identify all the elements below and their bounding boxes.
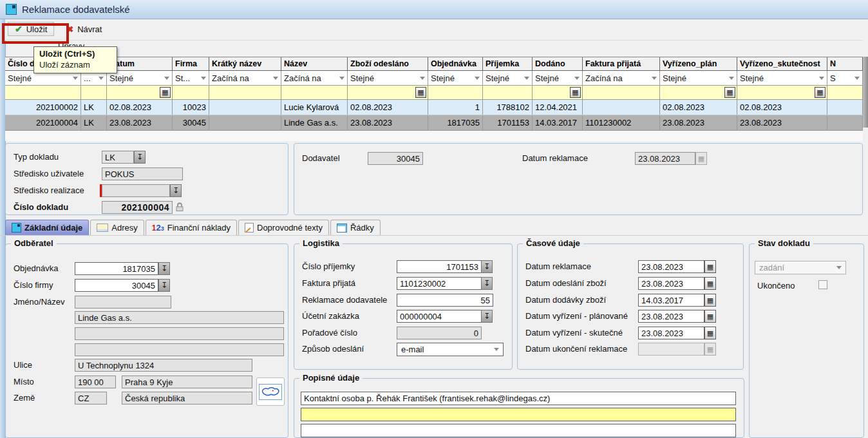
column-header[interactable]: Krátký název	[209, 57, 281, 70]
save-button[interactable]: ✔ Uložit	[8, 22, 54, 36]
grid-cell	[209, 100, 281, 115]
tab-adresy[interactable]: Adresy	[90, 220, 144, 236]
claim-date-input[interactable]: 23.08.2023	[635, 152, 695, 165]
grid-cell: 30045	[173, 115, 209, 130]
doc-type-input[interactable]: LK	[102, 151, 134, 164]
table-row[interactable]: 202100004LK23.08.202330045Linde Gas a.s.…	[5, 115, 863, 131]
chevron-down-icon	[273, 77, 278, 80]
filter-value-input[interactable]: ▦	[348, 86, 428, 99]
map-button[interactable]	[256, 377, 285, 406]
field-label: Dodavatel	[302, 153, 340, 163]
calendar-button[interactable]: ▦	[704, 310, 716, 323]
column-header[interactable]: Firma	[173, 57, 209, 70]
description-input[interactable]: Kontaktní osoba p. Řehák František (fran…	[301, 392, 736, 405]
column-header[interactable]: Dodáno	[533, 57, 583, 70]
column-header[interactable]: Faktura přijatá	[583, 57, 660, 70]
back-button[interactable]: ✖ Návrat	[59, 22, 109, 36]
column-header[interactable]: Název	[281, 57, 348, 70]
dropdown-arrow-icon[interactable]: ↧	[481, 310, 493, 323]
filter-value-input[interactable]: ▦	[660, 86, 737, 99]
filter-operator-select[interactable]: St...	[173, 71, 209, 85]
filter-operator-select[interactable]: Začíná na	[583, 71, 660, 85]
filter-value-input[interactable]	[583, 86, 660, 99]
calendar-button[interactable]: ▦	[724, 87, 735, 98]
table-row[interactable]: 202100002LK02.08.202310023Lucie Kylarová…	[5, 100, 863, 115]
chevron-down-icon	[73, 77, 78, 80]
tab-doprovodne-texty[interactable]: Doprovodné texty	[238, 220, 329, 236]
dropdown-arrow-icon[interactable]: ↧	[481, 260, 493, 273]
date-input[interactable]: 14.03.2017	[638, 294, 704, 307]
date-input[interactable]: 23.08.2023	[638, 327, 704, 339]
filter-value-input[interactable]: ▦	[107, 86, 173, 99]
calendar-button[interactable]: ▦	[704, 294, 716, 307]
date-input[interactable]: 23.08.2023	[638, 277, 704, 290]
receipt-number-input[interactable]: 1701153	[397, 260, 482, 273]
field-label: Místo	[14, 377, 34, 386]
filter-operator-select[interactable]: Stejné	[348, 71, 428, 85]
column-header[interactable]: Vyřízeno_plán	[660, 57, 737, 70]
description-input[interactable]	[301, 408, 736, 421]
dispatch-method-select[interactable]: e-mail	[397, 343, 504, 356]
filter-operator-select[interactable]: Stejné	[660, 71, 737, 85]
field-label: Objednávka	[14, 263, 58, 273]
filter-operator-select[interactable]: S	[827, 71, 863, 85]
company-number-input[interactable]: 30045	[75, 279, 158, 292]
supplier-claim-input[interactable]: 55	[397, 294, 493, 307]
tab-financni-naklady[interactable]: 123 Finanční náklady	[146, 220, 237, 236]
accounting-order-input[interactable]: 000000004	[397, 310, 482, 323]
filter-value-input[interactable]	[281, 86, 348, 99]
chevron-down-icon	[339, 77, 344, 80]
calendar-button[interactable]: ▦	[704, 260, 716, 273]
cross-icon: ✖	[66, 24, 73, 34]
filter-operator-select[interactable]: Stejné	[533, 71, 583, 85]
finished-checkbox[interactable]	[818, 280, 827, 289]
calendar-button: ▦	[704, 343, 716, 356]
filter-value-input[interactable]	[209, 86, 281, 99]
column-header[interactable]: Objednávka	[428, 57, 483, 70]
dropdown-arrow-icon[interactable]: ↧	[170, 184, 182, 197]
calendar-button[interactable]: ▦	[415, 87, 426, 98]
filter-value-input[interactable]	[428, 86, 483, 99]
date-input[interactable]: 23.08.2023	[638, 310, 704, 323]
calendar-button[interactable]: ▦	[815, 87, 826, 98]
column-header[interactable]: Vyřízeno_skutečnost	[737, 57, 827, 70]
filter-value-input[interactable]	[827, 86, 863, 99]
column-header[interactable]: Zboží odesláno	[348, 57, 428, 70]
dropdown-arrow-icon[interactable]: ↧	[158, 279, 170, 292]
column-header[interactable]: Příjemka	[483, 57, 533, 70]
grid-cell: 02.08.2023	[348, 100, 428, 115]
dropdown-arrow-icon[interactable]: ↧	[481, 277, 493, 290]
calendar-button[interactable]: ▦	[704, 327, 716, 339]
filter-value-input[interactable]: ▦	[737, 86, 827, 99]
tab-radky[interactable]: Řádky	[330, 220, 381, 236]
dropdown-arrow-icon[interactable]: ↧	[158, 262, 170, 275]
tab-zakladni-udaje[interactable]: Základní údaje	[5, 220, 89, 236]
tab-label: Řádky	[350, 223, 374, 233]
calendar-button[interactable]: ▦	[704, 277, 716, 290]
filter-value-input[interactable]	[81, 86, 107, 99]
filter-value-input[interactable]	[483, 86, 533, 99]
field-label: Datum reklamace	[525, 262, 591, 271]
filter-operator-select[interactable]: Stejné	[737, 71, 827, 85]
filter-operator-select[interactable]: Začíná na	[209, 71, 281, 85]
date-input[interactable]: 23.08.2023	[638, 260, 704, 273]
group-title: Časové údaje	[523, 238, 583, 248]
order-number-input[interactable]: 1817035	[75, 262, 158, 275]
description-input[interactable]	[301, 424, 736, 437]
invoice-input[interactable]: 1101230002	[397, 277, 482, 290]
filter-operator-value: Začíná na	[212, 73, 249, 83]
filter-value-input[interactable]	[5, 86, 81, 99]
filter-operator-select[interactable]: Stejné	[428, 71, 483, 85]
grid-scrollbar[interactable]	[863, 57, 868, 128]
calendar-button[interactable]: ▦	[570, 87, 581, 98]
realization-center-input[interactable]	[102, 184, 170, 197]
supplier-number-input[interactable]: 30045	[368, 152, 423, 165]
filter-value-input[interactable]: ▦	[533, 86, 583, 99]
filter-operator-select[interactable]: Stejné	[483, 71, 533, 85]
column-header[interactable]: N	[827, 57, 863, 70]
filter-operator-select[interactable]: Začíná na	[281, 71, 348, 85]
calendar-button[interactable]: ▦	[160, 87, 171, 98]
dropdown-arrow-icon[interactable]: ↧	[134, 151, 146, 164]
filter-value-input[interactable]	[173, 86, 209, 99]
user-center-input[interactable]: POKUS	[102, 167, 183, 180]
